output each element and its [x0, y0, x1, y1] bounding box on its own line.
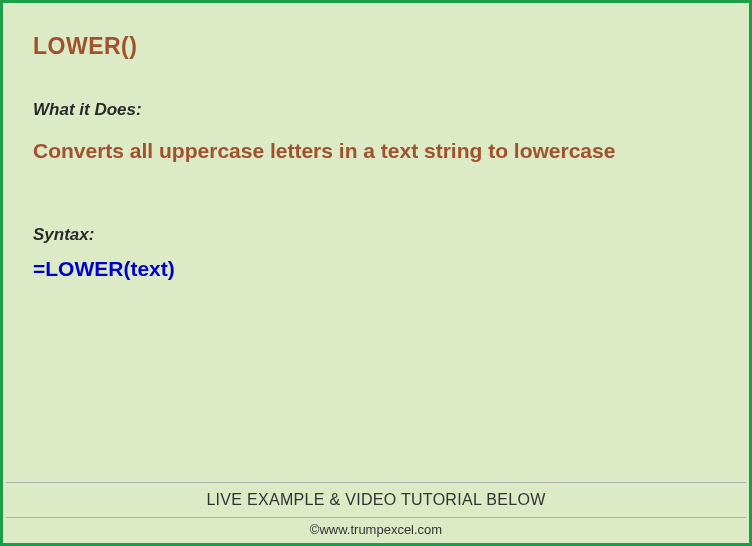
what-it-does-label: What it Does: [33, 100, 719, 120]
function-title: LOWER() [33, 33, 719, 60]
function-description: Converts all uppercase letters in a text… [33, 132, 719, 170]
syntax-formula: =LOWER(text) [33, 257, 719, 281]
syntax-label: Syntax: [33, 225, 719, 245]
content-area: LOWER() What it Does: Converts all upper… [3, 3, 749, 281]
document-container: LOWER() What it Does: Converts all upper… [0, 0, 752, 546]
footer-tutorial-text: LIVE EXAMPLE & VIDEO TUTORIAL BELOW [6, 482, 746, 517]
footer-copyright: ©www.trumpexcel.com [6, 517, 746, 543]
footer: LIVE EXAMPLE & VIDEO TUTORIAL BELOW ©www… [6, 482, 746, 543]
